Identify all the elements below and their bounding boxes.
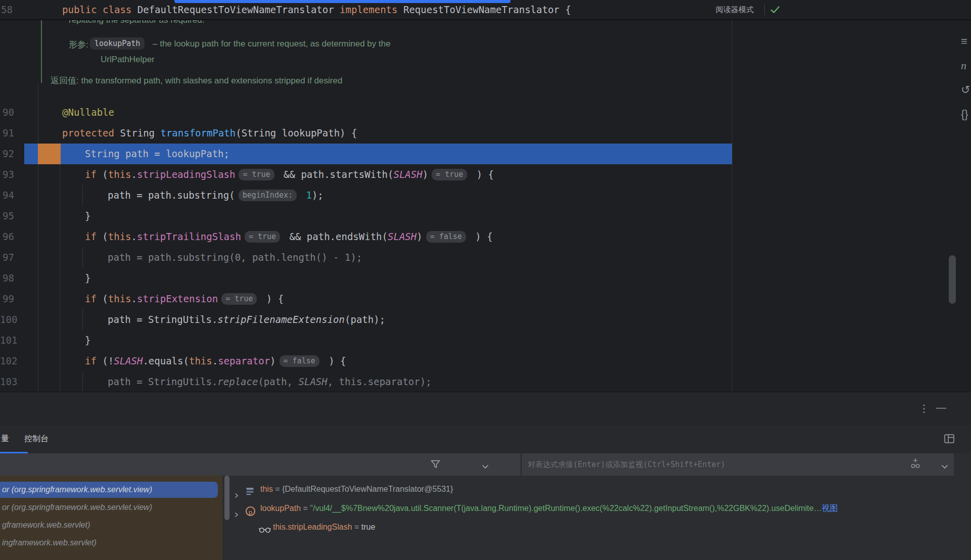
code-token: transformPath (160, 127, 236, 138)
code-line-101[interactable]: 101} (0, 330, 971, 351)
code-token: ) (417, 231, 422, 242)
code-token: SLASH (299, 376, 328, 387)
code-line-91[interactable]: 91protected String transformPath(String … (0, 123, 971, 144)
inline-hint-chip: = true (432, 169, 467, 180)
code-line-94[interactable]: 94path = path.substring(beginIndex: 1); (0, 185, 971, 206)
code-line-96[interactable]: 96if (this.stripTrailingSlash= true && p… (0, 226, 971, 247)
line-number[interactable]: 100 (0, 309, 14, 330)
expand-chevron-icon[interactable] (234, 506, 239, 518)
frames-scrollbar-thumb[interactable] (224, 476, 229, 520)
code-line-97[interactable]: 97path = path.substring(0, path.length()… (0, 247, 971, 268)
code-token: implements (340, 4, 403, 15)
frames-scrollbar-track[interactable] (222, 476, 233, 560)
watch-row-lookupPath[interactable]: plookupPath = "/vul4/__$%7Bnew%20java.ut… (233, 499, 971, 518)
editor-scrollbar[interactable] (949, 255, 956, 304)
toolbar-edge (954, 453, 971, 476)
chevron-down-icon[interactable] (482, 462, 489, 471)
doc-param-label: 形参: (69, 39, 88, 51)
code-token: if (85, 293, 102, 304)
line-number[interactable]: 95 (0, 206, 14, 226)
equals-sign: = (301, 504, 310, 512)
stack-frame-row[interactable]: or (org.springframework.web.servlet.view… (0, 499, 218, 516)
braces-icon[interactable]: {} (961, 104, 971, 128)
watch-value: {DefaultRequestToViewNameTranslator@5531… (282, 485, 453, 493)
minimize-icon[interactable]: — (936, 392, 946, 423)
code-token: ) { (470, 231, 493, 242)
evaluate-expression-input[interactable]: 对表达式求值(Enter)或添加监视(Ctrl+Shift+Enter) (528, 453, 725, 476)
code-line-95[interactable]: 95} (0, 206, 971, 226)
line-number[interactable]: 101 (0, 330, 14, 351)
code-editor[interactable]: replacing the separator as required. 形参:… (0, 19, 971, 392)
watch-name: lookupPath (260, 504, 301, 512)
line-number[interactable]: 103 (0, 371, 14, 392)
filter-icon[interactable] (431, 460, 440, 471)
line-number[interactable]: 93 (0, 164, 14, 185)
watch-glasses-icon (259, 522, 271, 536)
inline-hint-chip: = false (426, 231, 466, 243)
doc-param-desc2[interactable]: UrlPathHelper (101, 55, 155, 65)
tab-console[interactable]: 控制台 (20, 425, 53, 452)
code-token: ); (312, 190, 323, 201)
list-icon[interactable]: ≡ (961, 31, 971, 56)
watch-name: this.stripLeadingSlash (273, 523, 352, 531)
code-token: SLASH (388, 231, 417, 242)
line-number[interactable]: 97 (0, 247, 14, 268)
line-number[interactable]: 98 (0, 268, 14, 289)
code-token: this (189, 355, 212, 366)
line-number[interactable]: 102 (0, 351, 14, 371)
code-token: stripExtension (137, 293, 218, 304)
sticky-line-number: 58 (1, 0, 13, 19)
code-token: DefaultRequestToViewNameTranslator (137, 4, 340, 15)
code-line-92[interactable]: 92String path = lookupPath; (0, 144, 971, 164)
code-line-90[interactable]: 90@Nullable (0, 102, 971, 123)
code-token: ( (102, 231, 108, 242)
view-link[interactable]: 视图 (822, 504, 838, 512)
code-text: } (85, 330, 90, 351)
watch-text: this.stripLeadingSlash = true (273, 518, 375, 536)
code-line-100[interactable]: 100path = StringUtils.stripFilenameExten… (0, 309, 971, 330)
code-line-103[interactable]: 103path = StringUtils.replace(path, SLAS… (0, 371, 971, 392)
sticky-header-code[interactable]: public class DefaultRequestToViewNameTra… (62, 0, 571, 19)
code-token: stripLeadingSlash (137, 169, 235, 180)
code-line-93[interactable]: 93if (this.stripLeadingSlash= true && pa… (0, 164, 971, 185)
code-line-98[interactable]: 98} (0, 268, 971, 289)
chevron-down-icon[interactable] (941, 462, 948, 471)
code-text: path = path.substring(beginIndex: 1); (108, 185, 323, 206)
more-options-icon[interactable]: ⋮ (919, 392, 929, 425)
reader-mode-label[interactable]: 阅读器模式 (716, 0, 754, 19)
code-token: } (85, 272, 90, 284)
code-line-99[interactable]: 99if (this.stripExtension= true ) { (0, 289, 971, 309)
debug-content: or (org.springframework.web.servlet.view… (0, 476, 971, 560)
inline-hint-chip: = true (239, 169, 274, 180)
inline-hint-chip: beginIndex: (239, 190, 297, 201)
code-token: path = path.substring(0, path.length() -… (108, 252, 362, 263)
line-number[interactable]: 99 (0, 289, 14, 309)
code-token: this (108, 231, 131, 242)
code-token: ) { (471, 169, 494, 180)
annotate-icon[interactable]: n (961, 56, 971, 80)
line-number[interactable]: 91 (0, 123, 14, 144)
line-number[interactable]: 92 (0, 144, 14, 164)
watch-row-this-stripLeadingSlash[interactable]: this.stripLeadingSlash = true (233, 518, 971, 536)
stack-frame-row[interactable]: gframework.web.servlet) (0, 517, 218, 533)
code-token: SLASH (393, 169, 422, 180)
rollback-icon[interactable]: ↺ (961, 80, 971, 104)
code-token: ) { (260, 293, 284, 304)
line-number[interactable]: 90 (0, 102, 14, 123)
stack-frame-row[interactable]: or (org.springframework.web.servlet.view… (0, 482, 218, 498)
sticky-header: 58 public class DefaultRequestToViewName… (0, 0, 971, 20)
inspections-ok-icon[interactable] (770, 6, 780, 16)
expand-chevron-icon[interactable] (234, 487, 239, 498)
code-token: } (85, 335, 90, 346)
code-line-102[interactable]: 102if (!SLASH.equals(this.separator)= fa… (0, 351, 971, 371)
code-text: path = StringUtils.replace(path, SLASH, … (108, 371, 432, 392)
watch-row-this[interactable]: this = {DefaultRequestToViewNameTranslat… (233, 480, 971, 498)
tab-threads-variables-partial[interactable]: 量 (1, 425, 9, 452)
add-watch-icon[interactable] (909, 457, 922, 473)
ide-debug-screen: { "colors":{"accent":"#3574F0","exec_lin… (0, 0, 971, 560)
doc-param-chip: lookupPath (90, 37, 145, 50)
stack-frame-row[interactable]: ingframework.web.servlet) (0, 535, 218, 551)
line-number[interactable]: 94 (0, 185, 14, 206)
layout-settings-icon[interactable] (944, 434, 954, 445)
line-number[interactable]: 96 (0, 226, 14, 247)
